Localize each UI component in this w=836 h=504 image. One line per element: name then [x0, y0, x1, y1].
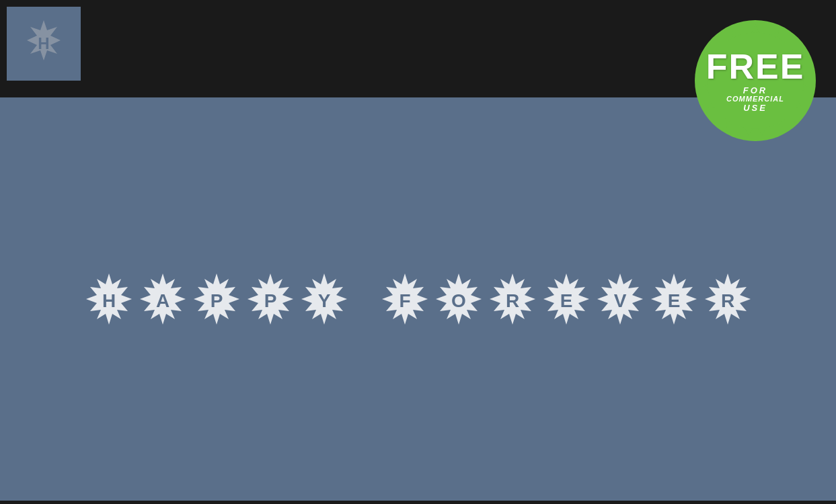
letter-P2: P: [243, 272, 297, 326]
svg-text:E: E: [667, 290, 680, 311]
svg-text:P: P: [210, 290, 223, 311]
bottom-bar: AlphaShapes Grids 2: [0, 501, 836, 504]
badge-commercial-text: commercial: [726, 95, 784, 103]
svg-text:E: E: [560, 290, 572, 311]
font-preview-area: H A P P Y: [0, 97, 836, 501]
letter-R2: R: [701, 272, 755, 326]
svg-text:A: A: [155, 290, 169, 311]
letter-E2: E: [647, 272, 701, 326]
letter-H: H: [82, 272, 136, 326]
badge-free-text: FREE: [706, 49, 805, 84]
badge-use-text: USE: [743, 103, 767, 113]
svg-text:F: F: [399, 290, 410, 311]
svg-text:H: H: [102, 290, 115, 311]
svg-text:R: R: [505, 290, 519, 311]
letter-E: E: [539, 272, 593, 326]
preview-text: H A P P Y: [82, 272, 755, 326]
letter-P1: P: [190, 272, 243, 326]
svg-text:R: R: [720, 290, 734, 311]
svg-text:O: O: [451, 290, 466, 311]
badge-for-text: FoR: [743, 85, 767, 95]
letter-R: R: [486, 272, 539, 326]
svg-text:P: P: [264, 290, 276, 311]
word-space: [351, 272, 378, 326]
font-thumbnail: H: [7, 7, 81, 81]
svg-text:Y: Y: [317, 290, 330, 311]
letter-F: F: [378, 272, 432, 326]
letter-A: A: [136, 272, 190, 326]
svg-text:H: H: [38, 34, 49, 52]
svg-text:V: V: [613, 290, 626, 311]
letter-Y: Y: [297, 272, 351, 326]
free-badge: FREE FoR commercial USE: [695, 20, 816, 141]
letter-V: V: [593, 272, 647, 326]
letter-O: O: [432, 272, 486, 326]
